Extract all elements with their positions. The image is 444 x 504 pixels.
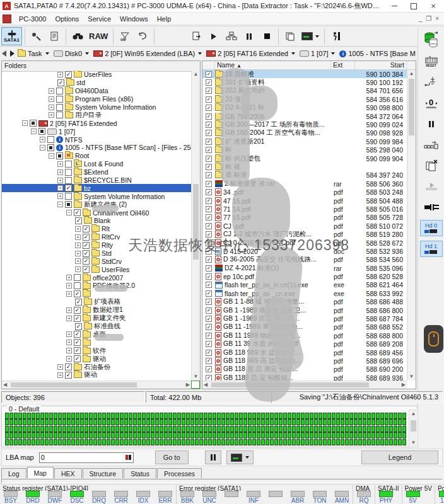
file-row[interactable]: 扩 准查新201 590 099 984 [202, 137, 407, 146]
sector-cell[interactable] [120, 439, 124, 445]
sector-cell[interactable] [36, 439, 40, 445]
sector-cell[interactable] [332, 426, 336, 432]
sector-cell[interactable] [363, 419, 366, 425]
tree-checkbox[interactable] [65, 169, 72, 176]
sector-cell[interactable] [40, 413, 44, 419]
file-checkbox[interactable] [206, 189, 212, 195]
sector-cell[interactable] [89, 419, 93, 425]
sector-cell[interactable] [93, 413, 97, 419]
sector-cell[interactable] [14, 426, 18, 432]
sector-cell[interactable] [363, 426, 366, 432]
sector-cell[interactable] [213, 413, 216, 419]
sector-cell[interactable] [124, 439, 128, 445]
sector-grid[interactable] [5, 413, 407, 445]
tree-checkbox[interactable] [83, 226, 90, 232]
sector-cell[interactable] [230, 419, 234, 425]
sector-cell[interactable] [199, 426, 203, 432]
sector-cell[interactable] [367, 419, 371, 425]
tree-checkbox[interactable] [65, 193, 72, 200]
sector-cell[interactable] [177, 419, 181, 425]
file-row[interactable]: 202 新发布的 584 701 656 [202, 87, 407, 95]
sector-cell[interactable] [283, 432, 287, 438]
tree-item[interactable]: + UserFiles [2, 265, 191, 273]
export-data-icon[interactable] [187, 27, 205, 45]
sector-cell[interactable] [177, 432, 181, 438]
sector-cell[interactable] [314, 432, 318, 438]
file-checkbox[interactable] [206, 223, 212, 229]
sector-cell[interactable] [111, 432, 115, 438]
sector-cell[interactable] [305, 426, 309, 432]
sector-cell[interactable] [67, 419, 71, 425]
sector-cell[interactable] [146, 432, 150, 438]
sector-cell[interactable] [49, 432, 53, 438]
tree-item[interactable]: + NTFS [2, 135, 191, 144]
sector-cell[interactable] [301, 439, 305, 445]
sector-cell[interactable] [124, 426, 128, 432]
tree-item[interactable]: + 新建文件夹 [2, 314, 191, 323]
sector-cell[interactable] [49, 419, 53, 425]
sector-cell[interactable] [376, 413, 380, 419]
sector-cell[interactable] [266, 439, 269, 445]
sector-cell[interactable] [248, 426, 252, 432]
sector-cell[interactable] [305, 419, 309, 425]
sector-cell[interactable] [310, 432, 313, 438]
sector-cell[interactable] [252, 413, 256, 419]
sector-cell[interactable] [155, 426, 159, 432]
sector-cell[interactable] [98, 419, 102, 425]
tree-checkbox[interactable] [74, 339, 81, 346]
sector-cell[interactable] [394, 439, 397, 445]
sector-cell[interactable] [40, 432, 44, 438]
menu-item-pc-3000[interactable]: PC-3000 [15, 14, 50, 24]
tree-checkbox[interactable] [56, 88, 63, 94]
sector-cell[interactable] [230, 426, 234, 432]
sector-cell[interactable] [137, 432, 141, 438]
sector-cell[interactable] [314, 419, 318, 425]
sector-cell[interactable] [327, 439, 331, 445]
minimize-button[interactable] [386, 1, 402, 11]
sector-cell[interactable] [358, 439, 362, 445]
sector-cell[interactable] [341, 413, 344, 419]
sector-cell[interactable] [142, 439, 146, 445]
sector-cell[interactable] [292, 426, 296, 432]
sector-cell[interactable] [345, 413, 349, 419]
sector-cell[interactable] [199, 439, 203, 445]
tree-expand-toggle[interactable]: + [57, 169, 63, 175]
sector-cell[interactable] [76, 419, 79, 425]
sector-cell[interactable] [279, 413, 283, 419]
tree-expand-toggle[interactable]: − [22, 120, 28, 126]
sector-cell[interactable] [358, 432, 362, 438]
sector-cell[interactable] [98, 413, 102, 419]
sector-cell[interactable] [336, 426, 340, 432]
sector-cell[interactable] [292, 419, 296, 425]
tree-checkbox[interactable] [56, 152, 63, 159]
sector-cell[interactable] [341, 426, 344, 432]
sector-cell[interactable] [155, 419, 159, 425]
sector-cell[interactable] [27, 419, 31, 425]
sector-cell[interactable] [45, 419, 49, 425]
sata1-port-button[interactable]: SATA1 [1, 27, 22, 45]
sector-cell[interactable] [142, 413, 146, 419]
sector-cell[interactable] [367, 426, 371, 432]
sector-cell[interactable] [208, 413, 212, 419]
sector-cell[interactable] [318, 426, 322, 432]
sector-cell[interactable] [261, 413, 265, 419]
sector-cell[interactable] [124, 419, 128, 425]
mouse-overlay-widget[interactable] [424, 325, 443, 353]
sector-cell[interactable] [58, 426, 62, 432]
tree-expand-toggle[interactable]: + [75, 266, 81, 272]
utility-tools-icon[interactable] [28, 27, 45, 45]
sector-cell[interactable] [261, 439, 265, 445]
sector-cell[interactable] [292, 432, 296, 438]
tree-expand-toggle[interactable]: + [75, 251, 81, 256]
sector-cell[interactable] [243, 439, 247, 445]
sector-cell[interactable] [252, 419, 256, 425]
sector-cell[interactable] [296, 413, 300, 419]
sector-cell[interactable] [371, 419, 375, 425]
sector-cell[interactable] [270, 432, 274, 438]
sector-cell[interactable] [274, 426, 278, 432]
sector-cell[interactable] [349, 413, 353, 419]
sector-cell[interactable] [160, 419, 163, 425]
tree-item[interactable]: + [2, 338, 191, 346]
sector-cell[interactable] [151, 432, 155, 438]
sector-cell[interactable] [204, 413, 207, 419]
